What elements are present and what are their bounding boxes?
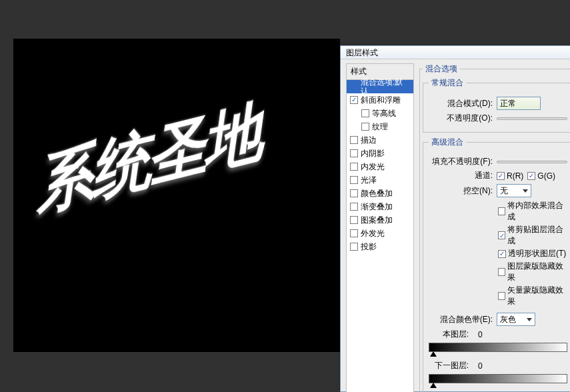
style-item-11[interactable]: 外发光 [347,227,413,240]
chevron-down-icon [523,189,528,193]
knockout-label: 挖空(N): [429,185,493,197]
checkbox-icon [498,268,505,276]
adv-option-label: 图层蒙版隐藏效果 [507,261,567,283]
adv-option-label: 将内部效果混合成 [507,200,567,223]
style-checkbox[interactable] [361,123,369,131]
style-checkbox[interactable] [350,243,358,251]
style-item-label: 纹理 [372,122,388,131]
under-layer-label: 下一图层: [429,360,469,371]
style-item-12[interactable]: 投影 [347,240,413,253]
adv-option-2[interactable]: 透明形状图层(T) [498,248,567,259]
style-item-0[interactable]: 混合选项:默认 [347,80,413,93]
style-item-label: 投影 [361,242,377,251]
style-checkbox[interactable] [350,229,358,237]
style-item-label: 等高线 [372,109,396,118]
style-item-4[interactable]: 描边 [347,133,413,147]
adv-option-label: 透明形状图层(T) [508,248,566,259]
style-item-label: 颜色叠加 [361,189,393,198]
style-item-2[interactable]: 等高线 [347,107,413,120]
advanced-blend-group: 高级混合 填充不透明度(F): 通道: R(R) G(G) 挖空(N): 无 [423,137,570,392]
style-item-label: 内发光 [361,162,385,171]
style-item-label: 渐变叠加 [361,202,393,211]
this-layer-gradient[interactable] [429,343,567,352]
this-layer-label: 本图层: [429,329,469,340]
fill-opacity-label: 填充不透明度(F): [429,156,493,167]
style-item-label: 图案叠加 [361,215,393,225]
adv-option-label: 将剪贴图层混合成 [507,224,567,247]
channels-label: 通道: [429,170,493,181]
style-item-10[interactable]: 图案叠加 [347,213,413,227]
blend-options-group: 混合选项 常规混合 混合模式(D): 正常 不透明度(O): [419,63,570,392]
under-layer-gradient[interactable] [429,374,567,383]
style-checkbox[interactable] [361,109,369,117]
fill-opacity-slider[interactable] [497,161,567,163]
style-item-7[interactable]: 光泽 [347,173,413,187]
adv-option-label: 矢量蒙版隐藏效果 [507,285,567,307]
chevron-down-icon [527,318,532,321]
style-checkbox[interactable] [350,203,358,211]
general-blend-legend: 常规混合 [429,77,466,89]
general-blend-group: 常规混合 混合模式(D): 正常 不透明度(O): [423,77,570,133]
adv-option-4[interactable]: 矢量蒙版隐藏效果 [498,285,567,307]
style-item-9[interactable]: 渐变叠加 [347,200,413,213]
advanced-blend-legend: 高级混合 [429,137,466,148]
style-checkbox[interactable] [350,149,358,157]
slider-handle-icon[interactable] [430,351,437,357]
blend-mode-label: 混合模式(D): [429,98,493,109]
adv-option-0[interactable]: 将内部效果混合成 [498,200,567,223]
style-item-label: 描边 [361,135,377,145]
style-checkbox[interactable] [350,163,358,171]
styles-list: 样式 混合选项:默认斜面和浮雕等高线纹理描边内阴影内发光光泽颜色叠加渐变叠加图案… [346,63,414,392]
style-item-label: 斜面和浮雕 [361,95,401,105]
style-checkbox[interactable] [350,136,358,144]
blend-options-legend: 混合选项 [423,63,460,75]
style-item-label: 混合选项:默认 [361,77,410,96]
blendif-select[interactable]: 灰色 [497,313,535,326]
blend-mode-select[interactable]: 正常 [497,97,541,110]
checkbox-icon [498,231,505,239]
style-item-3[interactable]: 纹理 [347,120,413,133]
style-item-6[interactable]: 内发光 [347,160,413,173]
under-layer-value: 0 [478,361,483,371]
blendif-label: 混合颜色带(E): [429,314,493,325]
knockout-select[interactable]: 无 [497,184,531,197]
style-checkbox[interactable] [350,216,358,224]
this-layer-value: 0 [478,330,483,339]
layer-style-dialog: 图层样式 样式 混合选项:默认斜面和浮雕等高线纹理描边内阴影内发光光泽颜色叠加渐… [340,45,570,392]
style-item-label: 光泽 [361,175,377,185]
style-item-5[interactable]: 内阴影 [347,147,413,160]
style-item-label: 内阴影 [361,149,385,158]
style-checkbox[interactable] [350,176,358,184]
style-checkbox[interactable] [350,189,358,197]
channel-g-checkbox[interactable]: G(G) [527,171,555,181]
opacity-slider[interactable] [497,117,567,120]
dialog-title: 图层样式 [341,46,570,59]
style-item-label: 外发光 [361,229,385,238]
style-item-8[interactable]: 颜色叠加 [347,187,413,200]
adv-option-1[interactable]: 将剪贴图层混合成 [498,224,567,247]
checkbox-icon [498,250,506,258]
adv-option-3[interactable]: 图层蒙版隐藏效果 [498,261,567,283]
opacity-label: 不透明度(O): [429,113,493,124]
document-canvas[interactable]: 系统圣地 [13,39,340,352]
style-checkbox[interactable] [350,96,358,104]
canvas-text: 系统圣地 [33,85,270,232]
slider-handle-icon[interactable] [430,383,437,388]
checkbox-icon [498,292,505,300]
checkbox-icon [498,207,505,215]
channel-r-checkbox[interactable]: R(R) [497,171,523,181]
